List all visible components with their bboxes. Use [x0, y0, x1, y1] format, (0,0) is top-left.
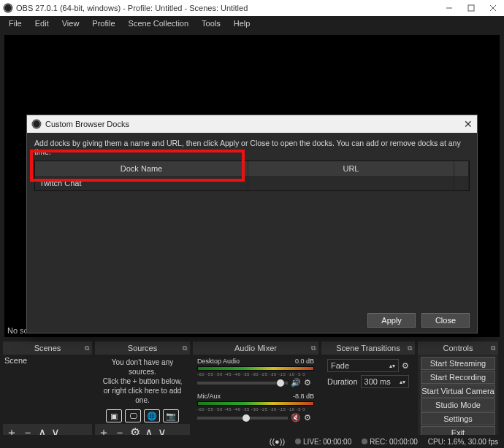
dialog-hint: Add docks by giving them a name and URL,…: [34, 139, 470, 156]
popout-icon[interactable]: ⧉: [491, 344, 495, 352]
volume-slider[interactable]: [197, 417, 288, 420]
controls-header: Controls⧉: [418, 341, 498, 355]
dialog-close-button[interactable]: ✕: [464, 118, 473, 130]
image-source-icon: ▣: [106, 409, 122, 422]
stream-signal-icon: ((●)): [270, 437, 285, 446]
custom-browser-docks-dialog: Custom Browser Docks ✕ Add docks by givi…: [26, 115, 478, 333]
speaker-muted-icon[interactable]: 🔇: [291, 413, 301, 423]
start-recording-button[interactable]: Start Recording: [421, 371, 495, 384]
live-dot-icon: [295, 439, 301, 444]
mixer-channel: Desktop Audio0.0 dB -60 -55 -50 -45 -40 …: [194, 356, 317, 391]
start-virtual-camera-button[interactable]: Start Virtual Camera: [421, 385, 495, 398]
svg-point-0: [4, 4, 13, 13]
menubar: File Edit View Profile Scene Collection …: [0, 16, 504, 31]
maximize-button[interactable]: [460, 0, 482, 16]
gear-icon[interactable]: ⚙: [402, 361, 409, 371]
volume-slider[interactable]: [197, 382, 288, 385]
audio-meter: [197, 401, 314, 406]
svg-point-6: [32, 120, 42, 129]
dialog-titlebar: Custom Browser Docks ✕: [27, 115, 477, 133]
camera-source-icon: 📷: [163, 409, 179, 422]
sources-list[interactable]: You don't have any sources. Click the + …: [95, 355, 190, 424]
display-source-icon: 🖵: [125, 409, 141, 422]
dialog-title: Custom Browser Docks: [45, 120, 129, 128]
menu-view[interactable]: View: [56, 18, 85, 29]
dock-url-cell[interactable]: [248, 176, 454, 190]
dock-name-cell[interactable]: Twitch Chat: [35, 176, 248, 190]
menu-profile[interactable]: Profile: [86, 18, 121, 29]
transitions-header: Scene Transitions⧉: [321, 341, 415, 355]
svg-rect-3: [468, 5, 474, 11]
gear-icon[interactable]: ⚙: [304, 378, 314, 388]
settings-button[interactable]: Settings: [421, 412, 495, 425]
start-streaming-button[interactable]: Start Streaming: [421, 357, 495, 370]
col-remove: [454, 161, 469, 176]
close-button[interactable]: [482, 0, 504, 16]
speaker-icon[interactable]: 🔊: [291, 378, 301, 388]
table-row[interactable]: Twitch Chat: [35, 176, 469, 190]
cpu-label: CPU: 1.6%, 30.00 fps: [428, 438, 498, 446]
obs-logo-icon: [31, 119, 42, 129]
col-url: URL: [248, 161, 454, 176]
rec-dot-icon: [362, 439, 367, 444]
studio-mode-button[interactable]: Studio Mode: [421, 398, 495, 412]
mixer-channel: Mic/Aux-8.8 dB -60 -55 -50 -45 -40 -35 -…: [194, 391, 317, 426]
menu-file[interactable]: File: [3, 18, 28, 29]
transition-select[interactable]: Fade▴▾: [327, 359, 399, 372]
menu-scene-collection[interactable]: Scene Collection: [123, 18, 195, 29]
dock-remove-cell[interactable]: [454, 176, 469, 190]
gear-icon[interactable]: ⚙: [304, 413, 314, 423]
apply-button[interactable]: Apply: [367, 313, 416, 328]
col-dock-name: Dock Name: [35, 161, 248, 176]
mixer-header: Audio Mixer⧉: [193, 341, 318, 355]
globe-source-icon: 🌐: [144, 409, 160, 422]
popout-icon[interactable]: ⧉: [183, 344, 187, 352]
window-title: OBS 27.0.1 (64-bit, windows) - Profile: …: [16, 4, 248, 12]
window-titlebar: OBS 27.0.1 (64-bit, windows) - Profile: …: [0, 0, 504, 16]
popout-icon[interactable]: ⧉: [408, 344, 412, 352]
statusbar: ((●)) LIVE: 00:00:00 REC: 00:00:00 CPU: …: [0, 435, 504, 448]
sources-header: Sources⧉: [95, 341, 190, 355]
close-dialog-button[interactable]: Close: [421, 313, 470, 328]
menu-tools[interactable]: Tools: [196, 18, 226, 29]
menu-edit[interactable]: Edit: [29, 18, 55, 29]
audio-meter: [197, 366, 314, 371]
docks-table: Dock Name URL Twitch Chat: [34, 161, 470, 191]
duration-input[interactable]: 300 ms▴▾: [361, 375, 409, 388]
menu-help[interactable]: Help: [228, 18, 256, 29]
obs-logo-icon: [3, 3, 13, 13]
popout-icon[interactable]: ⧉: [85, 344, 89, 352]
duration-label: Duration: [327, 377, 358, 386]
minimize-button[interactable]: [438, 0, 460, 16]
scenes-header: Scenes⧉: [3, 341, 92, 355]
popout-icon[interactable]: ⧉: [311, 344, 316, 352]
